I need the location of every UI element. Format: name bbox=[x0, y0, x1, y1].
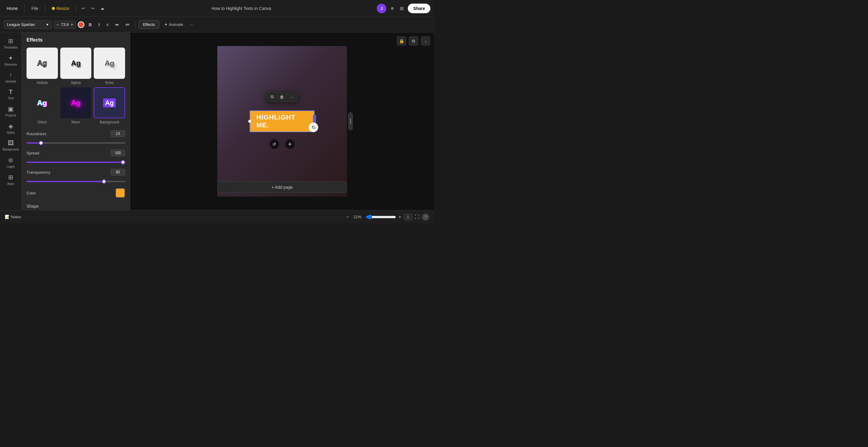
notes-button[interactable]: 📝 Notes bbox=[5, 215, 21, 219]
highlighted-text-container: HIGHLIGHT ME. bbox=[250, 110, 315, 132]
sidebar-item-projects[interactable]: ▣ Projects bbox=[1, 103, 21, 119]
present-icon: ▤ bbox=[400, 6, 404, 10]
lock-button[interactable]: 🔒 bbox=[397, 36, 406, 46]
roundness-value-input[interactable] bbox=[111, 130, 125, 137]
effect-preview-echo: Ag bbox=[94, 47, 125, 79]
text-color-button[interactable] bbox=[78, 21, 84, 28]
page-indicator: 1 bbox=[404, 214, 412, 220]
ctx-copy-button[interactable]: ⧉ bbox=[268, 93, 276, 101]
font-size-increase-button[interactable]: + bbox=[70, 22, 73, 27]
text-bottom-controls: ↺ ✛ bbox=[270, 139, 295, 149]
more-options-button[interactable]: ··· bbox=[188, 21, 195, 29]
sidebar-label-templates: Templates bbox=[4, 46, 18, 49]
roundness-slider-container bbox=[27, 139, 125, 145]
effect-item-hollow[interactable]: Ag Hollow bbox=[27, 47, 58, 85]
download-button[interactable]: ↓ bbox=[421, 36, 430, 46]
canvas-slide[interactable]: ⧉ 🗑 ··· HIGHLIGHT ME. ↻ bbox=[217, 46, 347, 197]
effect-item-background[interactable]: Ag Background bbox=[94, 87, 125, 125]
chevron-down-icon: ▾ bbox=[46, 22, 49, 27]
effects-button[interactable]: Effects bbox=[138, 20, 159, 29]
text-ctrl-left[interactable]: ↺ bbox=[270, 139, 279, 149]
transparency-control-row: Transparency bbox=[27, 169, 125, 175]
sidebar-item-text[interactable]: T Text bbox=[1, 86, 21, 102]
undo-button[interactable]: ↩ bbox=[80, 4, 87, 12]
logos-icon: ⊚ bbox=[8, 157, 13, 164]
file-button[interactable]: File bbox=[28, 4, 41, 13]
sidebar-label-styles: Styles bbox=[7, 131, 15, 134]
spacing-button[interactable]: ⇔ bbox=[113, 21, 121, 29]
animate-button[interactable]: ✦ Animate bbox=[161, 21, 186, 29]
elements-icon: ✦ bbox=[8, 55, 13, 62]
italic-button[interactable]: I bbox=[96, 21, 102, 29]
text-handle-left[interactable] bbox=[248, 120, 251, 123]
ctx-more-button[interactable]: ··· bbox=[287, 93, 296, 101]
spread-value-input[interactable] bbox=[111, 149, 125, 156]
sidebar-label-background: Background bbox=[3, 148, 19, 151]
copy-button[interactable]: ⧉ bbox=[409, 36, 418, 46]
redo-icon: ↪ bbox=[91, 6, 94, 10]
effect-item-splice[interactable]: Ag Splice bbox=[60, 47, 92, 85]
zoom-out-button[interactable]: − bbox=[346, 214, 349, 220]
transparency-label: Transparency bbox=[27, 170, 50, 175]
left-sidebar: ⊞ Templates ✦ Elements ↑ Uploads T Text … bbox=[0, 33, 22, 210]
sidebar-item-background[interactable]: 🖼 Background bbox=[1, 137, 21, 153]
redo-button[interactable]: ↪ bbox=[89, 4, 96, 12]
add-page-button[interactable]: + Add page bbox=[217, 181, 347, 193]
sidebar-item-uploads[interactable]: ↑ Uploads bbox=[1, 69, 21, 85]
templates-icon: ⊞ bbox=[8, 37, 13, 44]
home-button[interactable]: Home bbox=[4, 4, 21, 13]
effect-preview-hollow: Ag bbox=[27, 47, 58, 79]
font-selector[interactable]: League Spartan ▾ bbox=[4, 20, 52, 29]
transparency-slider[interactable] bbox=[27, 181, 125, 182]
divider-1 bbox=[24, 4, 25, 13]
color-label: Color bbox=[27, 191, 36, 195]
zoom-controls: − 21% + 1 ⛶ ? bbox=[346, 213, 429, 221]
spread-label: Spread bbox=[27, 151, 39, 155]
sidebar-item-templates[interactable]: ⊞ Templates bbox=[1, 35, 21, 51]
sidebar-label-uploads: Uploads bbox=[5, 80, 16, 83]
color-swatch[interactable] bbox=[116, 188, 125, 198]
zoom-in-button[interactable]: + bbox=[398, 214, 401, 220]
add-collaborator-button[interactable]: ⊕ bbox=[389, 4, 396, 12]
list-button[interactable]: ≔ bbox=[123, 21, 132, 29]
spread-slider[interactable] bbox=[27, 162, 125, 163]
fullscreen-button[interactable]: ⛶ bbox=[415, 214, 420, 220]
resize-dot-icon bbox=[52, 7, 55, 10]
transparency-value-input[interactable] bbox=[111, 169, 125, 175]
sidebar-label-text: Text bbox=[8, 97, 13, 100]
sidebar-item-logos[interactable]: ⊚ Logos bbox=[1, 154, 21, 171]
text-ctrl-right[interactable]: ✛ bbox=[285, 139, 295, 149]
divider-3 bbox=[76, 4, 76, 13]
help-button[interactable]: ? bbox=[422, 213, 429, 221]
effect-preview-background: Ag bbox=[94, 87, 125, 118]
apps-icon: ⊞ bbox=[8, 174, 13, 181]
sidebar-item-elements[interactable]: ✦ Elements bbox=[1, 52, 21, 69]
zoom-slider[interactable] bbox=[366, 215, 396, 219]
user-avatar[interactable]: J bbox=[377, 4, 386, 13]
bottom-bar: 📝 Notes − 21% + 1 ⛶ ? bbox=[0, 210, 434, 224]
effect-grid: Ag Hollow Ag Splice Ag Echo A bbox=[27, 47, 125, 124]
effect-preview-splice: Ag bbox=[60, 47, 92, 79]
highlighted-text[interactable]: HIGHLIGHT ME. bbox=[250, 110, 315, 132]
rotate-handle[interactable]: ↻ bbox=[309, 123, 318, 132]
align-button[interactable]: ≡ bbox=[104, 21, 111, 29]
effect-item-glitch[interactable]: Ag Glitch bbox=[27, 87, 58, 125]
styles-icon: ◈ bbox=[8, 123, 13, 130]
effect-item-neon[interactable]: Ag Neon bbox=[60, 87, 92, 125]
bold-button[interactable]: B bbox=[86, 21, 94, 29]
present-button[interactable]: ▤ bbox=[398, 4, 405, 12]
roundness-slider[interactable] bbox=[27, 142, 125, 144]
sidebar-item-apps[interactable]: ⊞ Apps bbox=[1, 171, 21, 188]
font-size-decrease-button[interactable]: – bbox=[56, 22, 59, 27]
cloud-save-button[interactable]: ☁ bbox=[98, 4, 106, 12]
effect-label-hollow: Hollow bbox=[37, 81, 48, 85]
font-size-value: 73.9 bbox=[60, 22, 69, 27]
context-menu: ⧉ 🗑 ··· bbox=[266, 91, 299, 102]
effect-item-echo[interactable]: Ag Echo bbox=[94, 47, 125, 85]
resize-button[interactable]: Resize bbox=[49, 4, 72, 13]
roundness-control-row: Roundness bbox=[27, 130, 125, 137]
sidebar-item-styles[interactable]: ◈ Styles bbox=[1, 120, 21, 137]
ctx-delete-button[interactable]: 🗑 bbox=[277, 93, 286, 101]
spread-control-row: Spread bbox=[27, 149, 125, 156]
share-button[interactable]: Share bbox=[408, 4, 430, 13]
